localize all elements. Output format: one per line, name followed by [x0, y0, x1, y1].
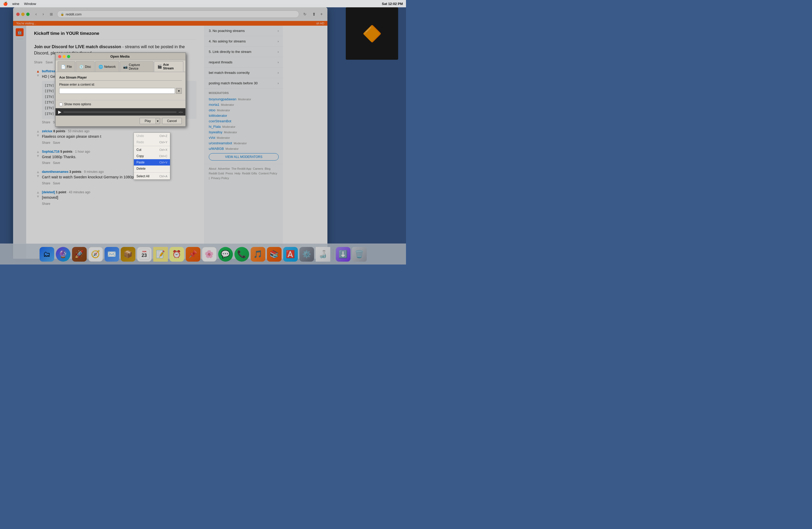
- ctx-select-all-shortcut: Ctrl+A: [159, 175, 168, 178]
- ctx-cut-label: Cut: [136, 148, 142, 152]
- media-play-icon[interactable]: ▶: [58, 109, 61, 115]
- ctx-delete-label: Delete: [136, 167, 146, 171]
- context-menu: Undo Ctrl+Z Redo Ctrl+Y Cut Ctrl+X Copy …: [134, 133, 170, 180]
- ctx-undo-shortcut: Ctrl+Z: [160, 134, 168, 137]
- menubar-right: Sat 12:02 PM: [382, 2, 403, 6]
- menubar: 🍎 wine Window Sat 12:02 PM: [0, 0, 406, 7]
- ace-player-section-title: Ace Stream Player: [59, 76, 182, 80]
- show-more-options-row: Show more options: [56, 100, 186, 108]
- apple-menu[interactable]: 🍎: [3, 2, 8, 6]
- content-id-label: Please enter a content id:: [59, 83, 182, 86]
- tab-capture-label: Capture Device: [129, 63, 150, 71]
- tab-network-label: Network: [104, 65, 116, 69]
- ctx-copy-label: Copy: [136, 154, 144, 158]
- tab-disc[interactable]: 💿 Disc: [76, 61, 94, 72]
- dialog-body: Ace Stream Player Please enter a content…: [56, 72, 186, 100]
- app-name[interactable]: wine: [12, 2, 19, 6]
- ctx-redo-shortcut: Ctrl+Y: [159, 141, 168, 144]
- capture-icon: 📷: [123, 65, 128, 69]
- tab-ace-label: Ace Stream: [163, 63, 180, 70]
- ctx-separator-2: [134, 172, 170, 173]
- tab-disc-label: Disc: [85, 65, 91, 69]
- tab-file[interactable]: 📄 File: [58, 61, 75, 72]
- dialog-traffic-lights: [58, 55, 70, 58]
- dialog-maximize-button[interactable]: [67, 55, 70, 58]
- ctx-paste[interactable]: Paste Ctrl+V: [134, 159, 170, 165]
- ctx-copy[interactable]: Copy Ctrl+C: [134, 153, 170, 159]
- dialog-footer: Play ▼ Cancel: [56, 116, 186, 126]
- ctx-select-all-label: Select All: [136, 174, 149, 178]
- window-menu[interactable]: Window: [24, 2, 36, 6]
- dialog-title: Open Media: [110, 55, 130, 58]
- menubar-time: Sat 12:02 PM: [382, 2, 403, 6]
- ctx-paste-shortcut: Ctrl+V: [159, 161, 168, 164]
- ctx-delete[interactable]: Delete: [134, 165, 170, 172]
- open-media-dialog: Open Media 📄 File 💿 Disc 🌐 Network 📷 Cap…: [55, 53, 186, 127]
- tab-file-label: File: [67, 65, 72, 69]
- ctx-undo[interactable]: Undo Ctrl+Z: [134, 133, 170, 139]
- ctx-copy-shortcut: Ctrl+C: [159, 155, 168, 158]
- content-id-row: ▼: [59, 88, 182, 94]
- file-icon: 📄: [61, 65, 66, 69]
- dialog-minimize-button[interactable]: [62, 55, 66, 58]
- content-id-dropdown[interactable]: ▼: [176, 88, 182, 94]
- ace-icon: 🎬: [157, 64, 162, 69]
- ctx-redo-label: Redo: [136, 141, 144, 144]
- dialog-titlebar: Open Media: [56, 53, 186, 60]
- ctx-cut[interactable]: Cut Ctrl+X: [134, 147, 170, 153]
- media-time-display: --:--: [179, 111, 183, 113]
- show-more-label: Show more options: [64, 102, 91, 106]
- cancel-button[interactable]: Cancel: [162, 118, 182, 124]
- play-button[interactable]: Play: [140, 118, 156, 124]
- network-icon: 🌐: [99, 65, 103, 69]
- dialog-close-button[interactable]: [58, 55, 61, 58]
- disc-icon: 💿: [79, 65, 84, 69]
- dialog-overlay: [0, 0, 406, 265]
- show-more-checkbox[interactable]: [59, 103, 62, 106]
- dialog-tabs: 📄 File 💿 Disc 🌐 Network 📷 Capture Device…: [56, 60, 186, 72]
- ctx-select-all[interactable]: Select All Ctrl+A: [134, 173, 170, 179]
- media-progress-bar[interactable]: [63, 112, 176, 113]
- tab-capture-device[interactable]: 📷 Capture Device: [120, 61, 154, 72]
- tab-ace-stream[interactable]: 🎬 Ace Stream: [154, 61, 183, 72]
- ctx-cut-shortcut: Ctrl+X: [159, 148, 168, 151]
- ctx-undo-label: Undo: [136, 134, 144, 138]
- media-player-strip: ▶ --:--: [56, 108, 186, 116]
- content-id-input[interactable]: [59, 88, 175, 94]
- play-dropdown-button[interactable]: ▼: [156, 118, 160, 124]
- tab-network[interactable]: 🌐 Network: [95, 61, 119, 72]
- ctx-paste-label: Paste: [136, 161, 145, 164]
- play-button-group: Play ▼: [140, 118, 160, 124]
- ctx-redo[interactable]: Redo Ctrl+Y: [134, 139, 170, 145]
